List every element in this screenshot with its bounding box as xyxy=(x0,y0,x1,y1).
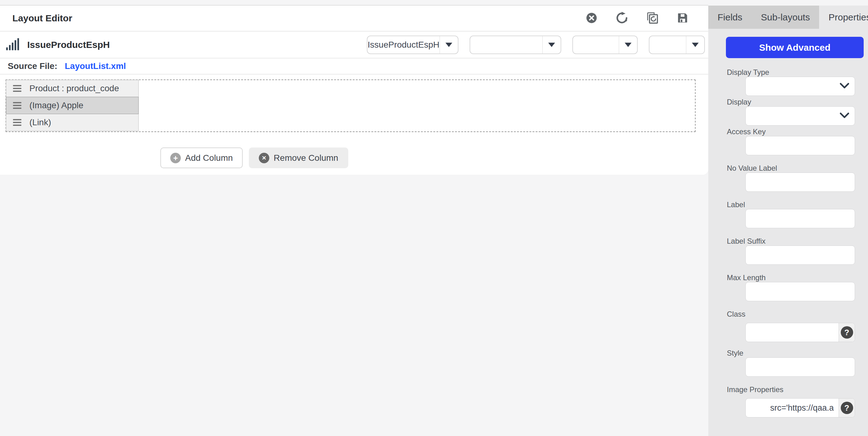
image-properties-input[interactable] xyxy=(765,399,839,417)
layout-selects: IssueProductEspH xyxy=(367,36,705,54)
properties-panel: Fields Sub-layouts Properties Show Advan… xyxy=(708,0,868,436)
field-class: Class ? xyxy=(726,310,864,342)
field-label: Access Key xyxy=(727,128,864,135)
display-type-select[interactable] xyxy=(745,77,855,96)
layout-name: IssueProductEspH xyxy=(27,40,110,50)
dropdown-arrow-icon xyxy=(686,36,704,54)
field-label: Label xyxy=(727,201,864,208)
column-item-image-apple[interactable]: (Image) Apple xyxy=(6,97,139,114)
field-label: Max Length xyxy=(727,274,864,281)
field-label: Class xyxy=(727,310,864,318)
question-icon: ? xyxy=(841,326,853,339)
field-label: Display xyxy=(727,98,864,106)
tab-fields[interactable]: Fields xyxy=(708,6,752,29)
layout-editor-app: Layout Editor xyxy=(0,0,868,436)
x-icon: ✕ xyxy=(259,153,269,163)
tab-sub-layouts[interactable]: Sub-layouts xyxy=(752,6,819,29)
drag-handle-icon[interactable] xyxy=(13,118,21,127)
field-label: Image Properties xyxy=(727,386,864,393)
plus-icon: + xyxy=(170,153,181,163)
question-icon: ? xyxy=(841,402,853,414)
label-suffix-input[interactable] xyxy=(745,245,855,265)
header-toolbar xyxy=(585,12,689,25)
save-icon xyxy=(677,12,688,25)
properties-form: Show Advanced Display Type Display Acces… xyxy=(708,29,868,436)
field-image-properties: Image Properties ? xyxy=(726,386,864,417)
refresh-layouts-icon xyxy=(646,11,659,25)
layout-select-1[interactable]: IssueProductEspH xyxy=(367,36,459,54)
drag-handle-icon[interactable] xyxy=(13,100,21,110)
layout-select-3[interactable] xyxy=(572,36,638,54)
layout-editor-card: Layout Editor xyxy=(0,5,708,175)
chevron-down-icon xyxy=(840,112,849,120)
column-drop-area: Product : product_code (Image) Apple (Li… xyxy=(6,79,695,132)
refresh-layouts-button[interactable] xyxy=(646,12,659,25)
field-label: Style xyxy=(727,349,864,357)
dropdown-arrow-icon xyxy=(440,36,458,54)
display-select[interactable] xyxy=(745,106,855,126)
field-no-value-label: No Value Label xyxy=(726,165,864,192)
column-actions: + Add Column ✕ Remove Column xyxy=(160,147,348,168)
dropdown-arrow-icon xyxy=(542,36,561,54)
field-access-key: Access Key xyxy=(726,128,864,155)
no-value-label-input[interactable] xyxy=(745,172,855,192)
show-advanced-button[interactable]: Show Advanced xyxy=(726,37,864,58)
column-item-link[interactable]: (Link) xyxy=(6,114,139,131)
redo-icon xyxy=(616,12,628,25)
label-input[interactable] xyxy=(745,209,855,228)
class-input[interactable] xyxy=(765,323,839,342)
layout-select-2[interactable] xyxy=(470,36,561,54)
bar-chart-icon xyxy=(6,38,20,52)
tab-properties[interactable]: Properties xyxy=(819,6,868,29)
column-item-product[interactable]: Product : product_code xyxy=(6,80,139,97)
field-label: Label Suffix xyxy=(727,237,864,245)
close-icon xyxy=(586,12,597,25)
field-label-suffix: Label Suffix xyxy=(726,237,864,265)
field-display-type: Display Type xyxy=(726,69,864,96)
chevron-down-icon xyxy=(840,83,849,90)
source-file-bar: Source File: LayoutList.xml xyxy=(0,59,708,74)
redo-button[interactable] xyxy=(615,12,628,25)
layout-title-bar: IssueProductEspH IssueProductEspH xyxy=(0,32,708,59)
close-button[interactable] xyxy=(585,12,598,25)
add-column-button[interactable]: + Add Column xyxy=(160,147,243,168)
layout-select-4[interactable] xyxy=(649,36,705,54)
class-help-button[interactable]: ? xyxy=(839,323,855,342)
source-file-label: Source File: xyxy=(8,61,57,71)
drag-handle-icon[interactable] xyxy=(13,83,21,93)
source-file-link[interactable]: LayoutList.xml xyxy=(65,61,126,71)
access-key-input[interactable] xyxy=(745,136,855,155)
max-length-input[interactable] xyxy=(745,282,855,301)
page-title: Layout Editor xyxy=(12,13,72,24)
remove-column-button[interactable]: ✕ Remove Column xyxy=(249,147,348,168)
field-display: Display xyxy=(726,98,864,126)
header-bar: Layout Editor xyxy=(0,6,708,32)
style-input[interactable] xyxy=(745,358,855,377)
field-label: Label xyxy=(726,201,864,228)
field-label: No Value Label xyxy=(727,165,864,172)
image-properties-help-button[interactable]: ? xyxy=(839,399,855,417)
dropdown-arrow-icon xyxy=(619,36,637,54)
save-button[interactable] xyxy=(676,12,689,25)
panel-tabs: Fields Sub-layouts Properties xyxy=(708,6,868,29)
field-label: Display Type xyxy=(727,69,864,76)
field-style: Style xyxy=(726,349,864,377)
field-max-length: Max Length xyxy=(726,274,864,301)
